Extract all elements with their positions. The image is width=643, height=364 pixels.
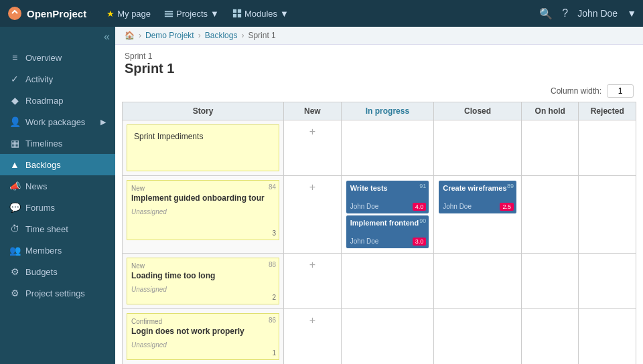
task-card-write-tests[interactable]: 91 Write tests John Doe	[346, 181, 429, 213]
modules-dropdown-icon: ▼	[280, 9, 289, 19]
svg-rect-2	[165, 13, 173, 15]
task-assignee: John Doe	[443, 203, 512, 210]
sidebar-item-overview[interactable]: ≡ Overview	[0, 47, 115, 68]
task-cell-rejected-0	[579, 120, 636, 176]
task-cell-new-1: +	[284, 176, 341, 254]
breadcrumb-demo-projekt[interactable]: Demo Projekt	[145, 31, 194, 40]
board-container: Story New In progress Closed On hold Rej…	[115, 102, 643, 364]
story-points: 1	[273, 349, 277, 357]
story-cell-3: Confirmed 86 Login does not work properl…	[123, 309, 284, 365]
svg-rect-3	[165, 16, 173, 17]
svg-rect-1	[165, 11, 173, 13]
roadmap-icon: ◆	[9, 95, 20, 106]
task-title: Implement frontend	[350, 219, 425, 227]
work-packages-icon: 👤	[9, 116, 20, 127]
sidebar-item-budgets[interactable]: ⚙ Budgets	[0, 261, 115, 282]
sidebar-item-time-sheet[interactable]: ⏱ Time sheet	[0, 218, 115, 240]
story-card-0: Sprint Impediments	[127, 124, 279, 171]
star-icon: ★	[106, 9, 115, 19]
story-card-1[interactable]: New 84 Implement guided onboarding tour …	[127, 180, 279, 240]
home-icon[interactable]: 🏠	[125, 31, 135, 40]
sidebar-item-roadmap[interactable]: ◆ Roadmap	[0, 90, 115, 111]
logo[interactable]: OpenProject	[7, 5, 86, 21]
projects-label: Projects	[176, 9, 208, 19]
story-card-2[interactable]: New 88 Loading time too long Unassigned …	[127, 258, 279, 304]
modules-nav[interactable]: Modules ▼	[232, 9, 289, 19]
col-in-progress: In progress	[341, 102, 434, 120]
my-page-label: My page	[117, 9, 151, 19]
breadcrumb-backlogs[interactable]: Backlogs	[205, 31, 238, 40]
story-card-3[interactable]: Confirmed 86 Login does not work properl…	[127, 313, 279, 360]
task-assignee: John Doe	[350, 203, 425, 210]
story-cell-2: New 88 Loading time too long Unassigned …	[123, 254, 284, 309]
impediment-title: Sprint Impediments	[131, 129, 275, 144]
task-cell-inprogress-2	[341, 254, 434, 309]
news-icon: 📣	[9, 181, 20, 191]
task-cell-inprogress-0	[341, 120, 434, 176]
svg-rect-7	[238, 14, 241, 17]
user-menu[interactable]: John Doe	[577, 8, 618, 19]
help-icon[interactable]: ?	[562, 7, 568, 19]
sidebar-item-activity[interactable]: ✓ Activity	[0, 68, 115, 90]
sidebar-item-members[interactable]: 👥 Members	[0, 240, 115, 261]
sidebar-item-timelines[interactable]: ▦ Timelines	[0, 132, 115, 154]
column-width-input[interactable]	[607, 84, 634, 98]
sidebar-item-label: Project settings	[25, 288, 85, 298]
story-id: 84	[269, 183, 276, 191]
top-navigation: OpenProject ★ My page Projects ▼ Modules…	[0, 0, 643, 27]
story-title: Loading time too long	[131, 271, 275, 280]
board-table: Story New In progress Closed On hold Rej…	[122, 102, 636, 364]
members-icon: 👥	[9, 245, 20, 256]
sidebar-item-label: Forums	[25, 203, 55, 213]
task-cell-closed-1: 89 Create wireframes John Doe	[434, 176, 522, 254]
story-title: Login does not work properly	[131, 327, 275, 336]
sidebar-item-backlogs[interactable]: ▲ Backlogs	[0, 154, 115, 175]
story-cell-1: New 84 Implement guided onboarding tour …	[123, 176, 284, 254]
sidebar: « ≡ Overview ✓ Activity ◆ Roadmap 👤 Work…	[0, 27, 115, 364]
sidebar-item-project-settings[interactable]: ⚙ Project settings	[0, 282, 115, 304]
task-title: Write tests	[350, 184, 425, 192]
col-on-hold: On hold	[521, 102, 578, 120]
story-id: 88	[269, 261, 276, 268]
task-cell-closed-3	[434, 309, 522, 365]
task-card-create-wireframes[interactable]: 89 Create wireframes John Doe	[439, 181, 516, 213]
task-cell-onhold-0	[521, 120, 578, 176]
task-id: 90	[419, 217, 426, 224]
breadcrumb: 🏠 › Demo Projekt › Backlogs › Sprint 1	[115, 27, 643, 45]
sidebar-item-news[interactable]: 📣 News	[0, 175, 115, 197]
add-task-new-2[interactable]: +	[287, 256, 338, 274]
task-cell-onhold-3	[521, 309, 578, 365]
overview-icon: ≡	[9, 52, 20, 63]
time-sheet-icon: ⏱	[9, 223, 20, 234]
sidebar-item-label: Overview	[25, 53, 62, 63]
sidebar-toggle[interactable]: «	[0, 27, 115, 47]
svg-point-0	[8, 7, 21, 20]
story-cell-0: Sprint Impediments	[123, 120, 284, 176]
projects-nav[interactable]: Projects ▼	[164, 9, 219, 19]
add-task-new-1[interactable]: +	[287, 179, 338, 196]
my-page-nav[interactable]: ★ My page	[106, 9, 151, 19]
sidebar-item-label: Budgets	[25, 267, 58, 277]
sidebar-item-work-packages[interactable]: 👤 Work packages ▶	[0, 111, 115, 132]
main-content: 🏠 › Demo Projekt › Backlogs › Sprint 1 S…	[115, 27, 643, 364]
story-points: 2	[273, 294, 277, 301]
task-card-implement-frontend[interactable]: 90 Implement frontend John Doe	[346, 215, 429, 248]
add-task-button[interactable]: +	[287, 123, 338, 141]
sidebar-item-label: Timelines	[25, 139, 62, 149]
add-task-new-3[interactable]: +	[287, 312, 338, 329]
budgets-icon: ⚙	[9, 266, 20, 277]
task-cell-inprogress-3	[341, 309, 434, 365]
story-status: New	[131, 185, 275, 192]
page-title: Sprint 1	[125, 61, 634, 76]
sidebar-item-forums[interactable]: 💬 Forums	[0, 197, 115, 218]
sidebar-item-label: Roadmap	[25, 96, 63, 106]
task-cell-onhold-1	[521, 176, 578, 254]
logo-text: OpenProject	[27, 8, 86, 19]
sidebar-item-label: Activity	[25, 74, 53, 84]
task-assignee: John Doe	[350, 238, 425, 245]
backlogs-icon: ▲	[9, 159, 20, 170]
task-cell-closed-0	[434, 120, 522, 176]
activity-icon: ✓	[9, 74, 20, 84]
search-icon[interactable]: 🔍	[539, 7, 553, 20]
task-cell-inprogress-1: 91 Write tests John Doe 90 Implement fro…	[341, 176, 434, 254]
